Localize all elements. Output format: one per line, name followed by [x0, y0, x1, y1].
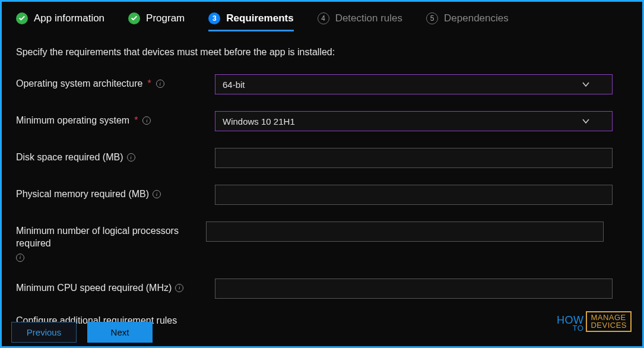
check-icon	[16, 12, 28, 24]
input-cpu-speed[interactable]	[215, 279, 613, 299]
input-disk-space[interactable]	[215, 148, 613, 168]
label-cpu-speed: Minimum CPU speed required (MHz)	[16, 282, 172, 295]
step-label: Detection rules	[335, 12, 402, 24]
step-label: App information	[34, 12, 104, 24]
row-disk-space: Disk space required (MB) i	[16, 148, 628, 168]
info-icon[interactable]: i	[153, 190, 161, 198]
previous-button[interactable]: Previous	[11, 322, 77, 343]
step-program[interactable]: Program	[128, 12, 185, 30]
row-memory: Physical memory required (MB) i	[16, 185, 628, 205]
info-icon[interactable]: i	[175, 284, 183, 292]
label-os-architecture: Operating system architecture	[16, 78, 142, 90]
step-number-badge: 5	[426, 12, 438, 24]
row-logical-processors: Minimum number of logical processors req…	[16, 222, 628, 262]
instruction-text: Specify the requirements that devices mu…	[16, 47, 628, 58]
watermark: HOW TO MANAGE DEVICES	[557, 311, 632, 332]
step-detection-rules[interactable]: 4 Detection rules	[318, 12, 402, 30]
label-memory: Physical memory required (MB)	[16, 188, 149, 201]
info-icon[interactable]: i	[127, 153, 135, 162]
wizard-steps: App information Program 3 Requirements 4…	[16, 12, 628, 30]
row-os-architecture: Operating system architecture * i 64-bit	[16, 74, 628, 94]
step-number-badge: 3	[208, 12, 220, 24]
input-logical-processors[interactable]	[206, 222, 604, 242]
input-memory[interactable]	[215, 185, 613, 205]
select-minimum-os[interactable]: Windows 10 21H1	[215, 111, 613, 131]
step-dependencies[interactable]: 5 Dependencies	[426, 12, 509, 30]
info-icon[interactable]: i	[142, 116, 151, 125]
required-indicator: *	[147, 78, 151, 90]
footer-buttons: Previous Next	[11, 322, 153, 343]
chevron-down-icon	[581, 80, 591, 89]
check-icon	[128, 12, 140, 24]
step-app-information[interactable]: App information	[16, 12, 104, 30]
label-minimum-os: Minimum operating system	[16, 115, 129, 127]
select-os-architecture[interactable]: 64-bit	[215, 74, 613, 94]
step-number-badge: 4	[318, 12, 329, 24]
label-logical-processors: Minimum number of logical processors req…	[16, 225, 206, 250]
watermark-devices: DEVICES	[591, 321, 627, 330]
info-icon[interactable]: i	[16, 254, 24, 262]
row-cpu-speed: Minimum CPU speed required (MHz) i	[16, 279, 628, 299]
next-button[interactable]: Next	[87, 322, 153, 343]
step-requirements[interactable]: 3 Requirements	[208, 12, 293, 30]
required-indicator: *	[134, 115, 138, 127]
label-disk-space: Disk space required (MB)	[16, 151, 123, 164]
select-value: 64-bit	[223, 80, 245, 90]
select-value: Windows 10 21H1	[223, 116, 295, 126]
row-minimum-os: Minimum operating system * i Windows 10 …	[16, 111, 628, 131]
info-icon[interactable]: i	[156, 80, 164, 88]
chevron-down-icon	[581, 116, 591, 126]
step-label: Dependencies	[444, 12, 509, 24]
watermark-manage: MANAGE	[591, 314, 627, 322]
step-label: Requirements	[226, 12, 293, 24]
step-label: Program	[146, 12, 185, 24]
